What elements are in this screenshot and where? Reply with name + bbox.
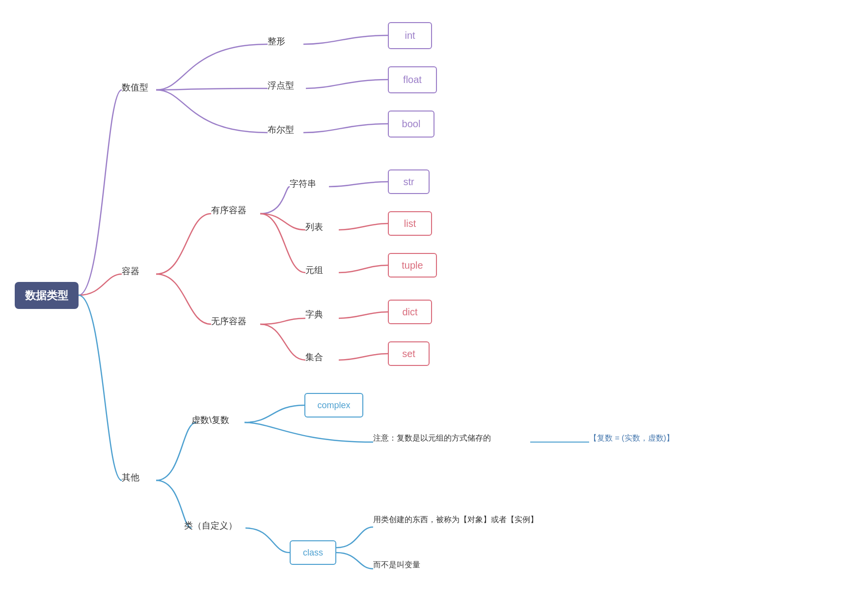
numeric-label: 数值型 [122,82,148,93]
class-note1: 用类创建的东西，被称为【对象】或者【实例】 [373,515,538,525]
tuple-box: tuple [388,253,437,278]
zhengxing-label: 整形 [268,35,285,47]
class-box: class [290,540,336,565]
root-label: 数据类型 [25,288,68,303]
root-node: 数据类型 [15,282,79,309]
int-box: int [388,22,432,49]
liebiao-label: 列表 [305,221,323,233]
list-box: list [388,211,432,236]
ordered-label: 有序容器 [211,204,246,216]
str-box: str [388,169,430,194]
zifuchuan-label: 字符串 [290,178,316,190]
complex-cat-label: 虚数\复数 [191,414,229,426]
complex-bracket: 【复数 = (实数，虚数)】 [589,433,674,444]
float-box: float [388,66,437,93]
container-label: 容器 [122,265,139,277]
unordered-label: 无序容器 [211,315,246,327]
dict-box: dict [388,300,432,324]
bool-box: bool [388,111,434,138]
complex-box: complex [304,393,363,418]
class-note2: 而不是叫变量 [373,560,420,570]
fudian-label: 浮点型 [268,80,294,91]
set-box: set [388,341,430,366]
other-label: 其他 [122,472,139,483]
class-cat-label: 类（自定义） [184,520,237,531]
complex-note: 注意：复数是以元组的方式储存的 [373,433,491,444]
yuanzu-label: 元组 [305,264,323,276]
jihe-label: 集合 [305,351,323,363]
buer-label: 布尔型 [268,124,294,136]
zidian-label: 字典 [305,308,323,320]
